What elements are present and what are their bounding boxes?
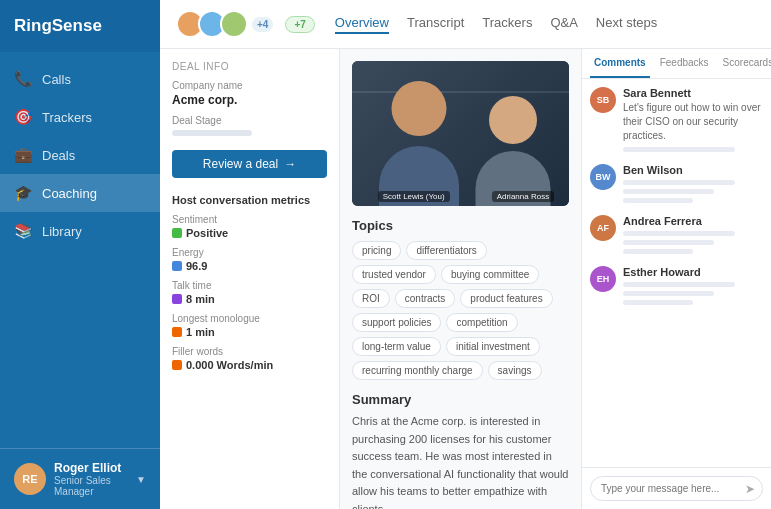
metric-monologue: Longest monologue 1 min — [172, 313, 327, 338]
comment-avatar: SB — [590, 87, 616, 113]
coaching-icon: 🎓 — [14, 184, 32, 202]
metric-talk-time: Talk time 8 min — [172, 280, 327, 305]
sidebar-item-library[interactable]: 📚 Library — [0, 212, 160, 250]
sentiment-value: Positive — [172, 227, 327, 239]
comment-bar-3 — [623, 198, 693, 203]
tab-scorecards[interactable]: Scorecards — [719, 49, 771, 78]
video-person-1: Scott Lewis (You) — [374, 61, 465, 206]
metric-filler: Filler words 0.000 Words/min — [172, 346, 327, 371]
tab-trackers[interactable]: Trackers — [482, 15, 532, 34]
sidebar-item-deals[interactable]: 💼 Deals — [0, 136, 160, 174]
trackers-icon: 🎯 — [14, 108, 32, 126]
topic-tag[interactable]: savings — [488, 361, 542, 380]
person2-silhouette — [468, 86, 558, 206]
comment-item: SB Sara Bennett Let's figure out how to … — [590, 87, 763, 152]
person2-label: Adrianna Ross — [492, 191, 554, 202]
filler-label: Filler words — [172, 346, 327, 357]
topic-tag[interactable]: buying committee — [441, 265, 539, 284]
comment-name: Esther Howard — [623, 266, 763, 278]
review-deal-button[interactable]: Review a deal → — [172, 150, 327, 178]
review-btn-label: Review a deal — [203, 157, 278, 171]
topic-tag[interactable]: competition — [446, 313, 517, 332]
tab-comments[interactable]: Comments — [590, 49, 650, 78]
topic-tag[interactable]: trusted vendor — [352, 265, 436, 284]
send-icon[interactable]: ➤ — [745, 482, 755, 496]
person1-silhouette — [374, 76, 464, 206]
user-info: Roger Elliot Senior Sales Manager — [54, 461, 128, 497]
topic-tag[interactable]: long-term value — [352, 337, 441, 356]
comment-bar-3 — [623, 300, 693, 305]
right-panel: Comments Feedbacks Scorecards Highlights… — [581, 49, 771, 509]
message-footer: ➤ — [582, 467, 771, 509]
tab-feedbacks[interactable]: Feedbacks — [656, 49, 713, 78]
user-avatar: RE — [14, 463, 46, 495]
sidebar-item-coaching[interactable]: 🎓 Coaching — [0, 174, 160, 212]
stage-label: Deal Stage — [172, 115, 327, 126]
comment-bar-2 — [623, 291, 714, 296]
left-panel: DEAL INFO Company name Acme corp. Deal S… — [160, 49, 340, 509]
metric-sentiment: Sentiment Positive — [172, 214, 327, 239]
comment-body: Andrea Ferrera — [623, 215, 763, 254]
comment-bar-1 — [623, 231, 735, 236]
person1-head — [392, 81, 447, 136]
comment-bar-2 — [623, 240, 714, 245]
filler-value: 0.000 Words/min — [172, 359, 327, 371]
user-dropdown-icon[interactable]: ▼ — [136, 474, 146, 485]
tab-next-steps[interactable]: Next steps — [596, 15, 657, 34]
user-role: Senior Sales Manager — [54, 475, 128, 497]
metric-energy: Energy 96.9 — [172, 247, 327, 272]
topic-tag[interactable]: differentiators — [406, 241, 486, 260]
topic-tag[interactable]: recurring monthly charge — [352, 361, 483, 380]
topic-tag[interactable]: support policies — [352, 313, 441, 332]
sidebar-item-label: Library — [42, 224, 82, 239]
person2-head — [489, 96, 537, 144]
sentiment-icon — [172, 228, 182, 238]
comment-avatar: BW — [590, 164, 616, 190]
company-value: Acme corp. — [172, 93, 327, 107]
video-background: Scott Lewis (You) Adrianna Ross — [352, 61, 569, 206]
topbar-tabs: Overview Transcript Trackers Q&A Next st… — [335, 15, 657, 34]
topic-tag[interactable]: product features — [460, 289, 552, 308]
energy-label: Energy — [172, 247, 327, 258]
person1-label: Scott Lewis (You) — [378, 191, 450, 202]
monologue-value: 1 min — [172, 326, 327, 338]
sidebar-item-calls[interactable]: 📞 Calls — [0, 60, 160, 98]
summary-title: Summary — [352, 392, 569, 407]
topic-tag[interactable]: initial investment — [446, 337, 540, 356]
main-area: +4 +7 Overview Transcript Trackers Q&A N… — [160, 0, 771, 509]
comment-item: BW Ben Wilson — [590, 164, 763, 203]
message-input[interactable] — [590, 476, 763, 501]
sidebar-item-trackers[interactable]: 🎯 Trackers — [0, 98, 160, 136]
energy-value: 96.9 — [172, 260, 327, 272]
sidebar: RingSense 📞 Calls 🎯 Trackers 💼 Deals 🎓 C… — [0, 0, 160, 509]
message-input-wrap: ➤ — [590, 476, 763, 501]
comment-bar-1 — [623, 180, 735, 185]
deal-info-title: DEAL INFO — [172, 61, 327, 72]
talk-time-value: 8 min — [172, 293, 327, 305]
right-tabs: Comments Feedbacks Scorecards Highlights — [582, 49, 771, 79]
video-person-2: Adrianna Ross — [467, 61, 558, 206]
deals-icon: 💼 — [14, 146, 32, 164]
topic-tag[interactable]: contracts — [395, 289, 456, 308]
topic-tag[interactable]: ROI — [352, 289, 390, 308]
calls-icon: 📞 — [14, 70, 32, 88]
stage-bar — [172, 130, 252, 136]
user-name: Roger Elliot — [54, 461, 128, 475]
tab-overview[interactable]: Overview — [335, 15, 389, 34]
sidebar-item-label: Coaching — [42, 186, 97, 201]
comment-avatar: EH — [590, 266, 616, 292]
topic-tag[interactable]: pricing — [352, 241, 401, 260]
topics-tags: pricingdifferentiatorstrusted vendorbuyi… — [352, 241, 569, 380]
comment-name: Andrea Ferrera — [623, 215, 763, 227]
comment-bar-3 — [623, 249, 693, 254]
comment-bar-1 — [623, 282, 735, 287]
tab-qa[interactable]: Q&A — [550, 15, 577, 34]
app-logo: RingSense — [0, 0, 160, 52]
comment-text: Let's figure out how to win over their C… — [623, 101, 763, 143]
comment-name: Sara Bennett — [623, 87, 763, 99]
sidebar-nav: 📞 Calls 🎯 Trackers 💼 Deals 🎓 Coaching 📚 … — [0, 52, 160, 448]
comment-body: Esther Howard — [623, 266, 763, 305]
comment-body: Sara Bennett Let's figure out how to win… — [623, 87, 763, 152]
energy-icon — [172, 261, 182, 271]
tab-transcript[interactable]: Transcript — [407, 15, 464, 34]
